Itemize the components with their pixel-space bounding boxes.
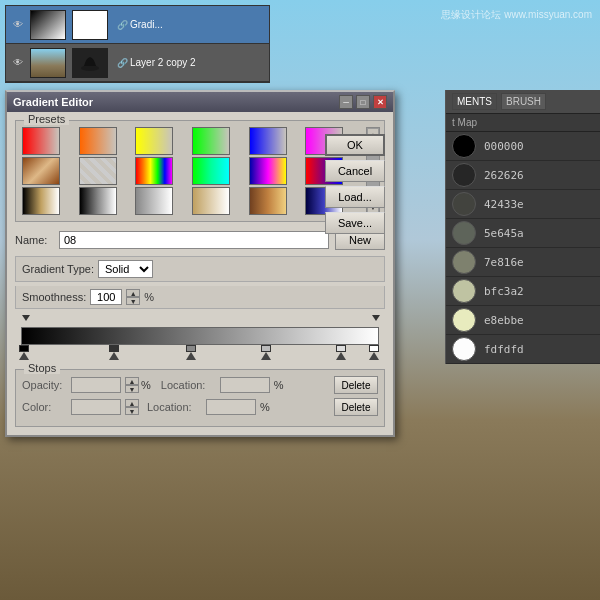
- preset-11[interactable]: [249, 157, 287, 185]
- preset-3[interactable]: [135, 127, 173, 155]
- opacity-stepper-down[interactable]: ▼: [125, 385, 139, 393]
- layer-eye-2[interactable]: 👁: [10, 55, 26, 71]
- smoothness-row: Smoothness: ▲ ▼ %: [15, 286, 385, 309]
- layer-thumb-gradient-1: [30, 10, 66, 40]
- swatch-row-7[interactable]: fdfdfd: [446, 335, 600, 364]
- smoothness-stepper[interactable]: ▲ ▼: [126, 289, 140, 305]
- color-stepper[interactable]: ▲ ▼: [125, 399, 137, 415]
- location-input-2[interactable]: [206, 399, 256, 415]
- chain-icon-2: 🔗: [117, 58, 127, 68]
- color-stop-right[interactable]: [369, 345, 379, 360]
- color-stop-arrow-2: [109, 352, 119, 360]
- swatch-circle-0: [452, 134, 476, 158]
- color-stop-4[interactable]: [261, 345, 271, 360]
- gradient-bar-container: [15, 315, 385, 361]
- swatch-hex-0: 000000: [484, 140, 524, 153]
- layer-eye-1[interactable]: 👁: [10, 17, 26, 33]
- swatch-row-1[interactable]: 262626: [446, 161, 600, 190]
- save-button[interactable]: Save...: [325, 212, 385, 234]
- swatches-tab-adjustments[interactable]: MENTS: [452, 93, 497, 110]
- swatch-circle-5: [452, 279, 476, 303]
- opacity-stepper[interactable]: ▲ ▼: [125, 377, 137, 393]
- location-label-1: Location:: [161, 379, 216, 391]
- preset-8[interactable]: [79, 157, 117, 185]
- preset-9[interactable]: [135, 157, 173, 185]
- gradient-type-select[interactable]: Solid Noise: [98, 260, 153, 278]
- swatch-row-4[interactable]: 7e816e: [446, 248, 600, 277]
- presets-grid: [22, 127, 360, 215]
- color-stepper-down[interactable]: ▼: [125, 407, 139, 415]
- smoothness-input[interactable]: [90, 289, 122, 305]
- color-input[interactable]: [71, 399, 121, 415]
- name-input[interactable]: [59, 231, 329, 249]
- preset-5[interactable]: [249, 127, 287, 155]
- opacity-stop-right[interactable]: [371, 315, 381, 327]
- minimize-button[interactable]: ─: [339, 95, 353, 109]
- presets-label: Presets: [24, 113, 69, 125]
- close-button[interactable]: ✕: [373, 95, 387, 109]
- opacity-stops-row: [21, 315, 379, 327]
- color-stop-3[interactable]: [186, 345, 196, 360]
- layer-row-2[interactable]: 👁 🔗 Layer 2 copy 2: [6, 44, 269, 82]
- preset-17[interactable]: [249, 187, 287, 215]
- stops-label: Stops: [24, 362, 60, 374]
- layer-row-1[interactable]: 👁 🔗 Gradi...: [6, 6, 269, 44]
- layer-thumb-black-2: [72, 48, 108, 78]
- color-stop-2[interactable]: [109, 345, 119, 360]
- color-stop-box-3: [186, 345, 196, 352]
- swatches-panel: MENTS BRUSH t Map 00000026262642433e5e64…: [445, 90, 600, 364]
- location-pct-2: %: [260, 401, 270, 413]
- color-stop-left[interactable]: [19, 345, 29, 360]
- preset-10[interactable]: [192, 157, 230, 185]
- swatch-row-2[interactable]: 42433e: [446, 190, 600, 219]
- preset-16[interactable]: [192, 187, 230, 215]
- opacity-input[interactable]: [71, 377, 121, 393]
- stepper-down[interactable]: ▼: [126, 297, 140, 305]
- swatch-row-3[interactable]: 5e645a: [446, 219, 600, 248]
- stops-color-row: Color: ▲ ▼ Location: % Delete: [22, 398, 378, 416]
- opacity-stepper-up[interactable]: ▲: [125, 377, 139, 385]
- color-stop-box-2: [109, 345, 119, 352]
- delete-button-2[interactable]: Delete: [334, 398, 378, 416]
- swatch-row-0[interactable]: 000000: [446, 132, 600, 161]
- watermark-url: www.missyuan.com: [504, 9, 592, 20]
- preset-7[interactable]: [22, 157, 60, 185]
- swatches-tab-brush[interactable]: BRUSH: [501, 93, 546, 110]
- color-stop-box-left: [19, 345, 29, 352]
- opacity-stop-left[interactable]: [21, 315, 31, 327]
- preset-4[interactable]: [192, 127, 230, 155]
- color-stepper-up[interactable]: ▲: [125, 399, 139, 407]
- preset-2[interactable]: [79, 127, 117, 155]
- swatches-list: 00000026262642433e5e645a7e816ebfc3a2e8eb…: [446, 132, 600, 364]
- location-input-1[interactable]: [220, 377, 270, 393]
- stops-group: Stops Opacity: ▲ ▼ % Location: % Delete …: [15, 369, 385, 427]
- delete-button-1[interactable]: Delete: [334, 376, 378, 394]
- layers-panel: 👁 🔗 Gradi... 👁 🔗 Layer 2 copy 2: [5, 5, 270, 83]
- stepper-up[interactable]: ▲: [126, 289, 140, 297]
- watermark: 思缘设计论坛 www.missyuan.com: [441, 8, 592, 22]
- load-button[interactable]: Load...: [325, 186, 385, 208]
- color-stop-box-right: [369, 345, 379, 352]
- preset-13[interactable]: [22, 187, 60, 215]
- opacity-pct: %: [141, 379, 151, 391]
- preset-15[interactable]: [135, 187, 173, 215]
- swatch-hex-7: fdfdfd: [484, 343, 524, 356]
- smoothness-label: Smoothness:: [22, 291, 86, 303]
- color-stop-arrow-4: [261, 352, 271, 360]
- swatch-row-6[interactable]: e8ebbe: [446, 306, 600, 335]
- color-stop-arrow-3: [186, 352, 196, 360]
- preset-1[interactable]: [22, 127, 60, 155]
- swatch-row-5[interactable]: bfc3a2: [446, 277, 600, 306]
- swatches-header: MENTS BRUSH: [446, 90, 600, 114]
- opacity-stop-arrow-left: [22, 315, 30, 321]
- ok-button[interactable]: OK: [325, 134, 385, 156]
- gradient-bar[interactable]: [21, 327, 379, 345]
- color-stop-5[interactable]: [336, 345, 346, 360]
- maximize-button[interactable]: □: [356, 95, 370, 109]
- location-label-2: Location:: [147, 401, 202, 413]
- preset-14[interactable]: [79, 187, 117, 215]
- stops-opacity-row: Opacity: ▲ ▼ % Location: % Delete: [22, 376, 378, 394]
- cancel-button[interactable]: Cancel: [325, 160, 385, 182]
- gradient-type-row: Gradient Type: Solid Noise: [15, 256, 385, 282]
- color-stop-box-4: [261, 345, 271, 352]
